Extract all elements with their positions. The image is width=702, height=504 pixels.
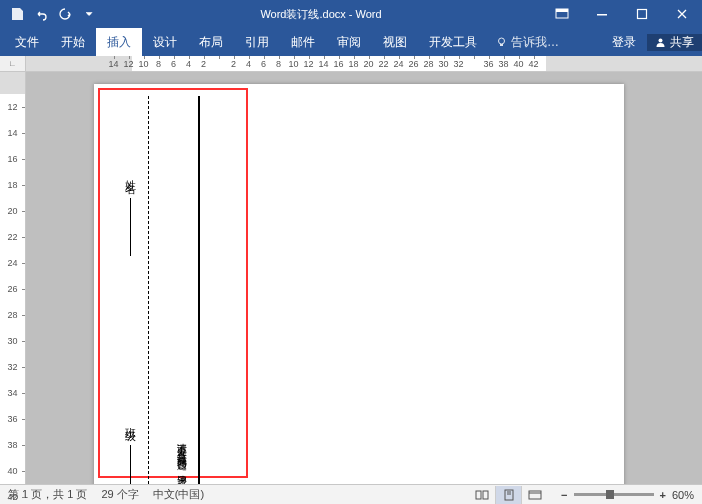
tab-view[interactable]: 视图 bbox=[372, 28, 418, 56]
class-label: 班级： bbox=[125, 418, 136, 441]
close-icon[interactable] bbox=[662, 0, 702, 28]
tab-developer[interactable]: 开发工具 bbox=[418, 28, 488, 56]
tab-mailings[interactable]: 邮件 bbox=[280, 28, 326, 56]
tab-home[interactable]: 开始 bbox=[50, 28, 96, 56]
qat-customize-icon[interactable]: ⏷ bbox=[78, 3, 100, 25]
svg-rect-12 bbox=[529, 491, 541, 499]
binding-fields-column: 姓名： 班级： 学校： bbox=[112, 94, 148, 484]
signin-button[interactable]: 登录 bbox=[601, 34, 647, 51]
svg-rect-1 bbox=[556, 9, 568, 12]
window-title: Word装订线.docx - Word bbox=[100, 7, 542, 22]
tab-layout[interactable]: 布局 bbox=[188, 28, 234, 56]
svg-rect-2 bbox=[597, 14, 607, 16]
share-button[interactable]: 共享 bbox=[647, 34, 702, 51]
ribbon-display-icon[interactable] bbox=[542, 0, 582, 28]
word-count[interactable]: 29 个字 bbox=[101, 487, 138, 502]
horizontal-ruler[interactable]: 1412108642246810121416182022242628303236… bbox=[26, 56, 702, 72]
tab-review[interactable]: 审阅 bbox=[326, 28, 372, 56]
tab-references[interactable]: 引用 bbox=[234, 28, 280, 56]
ruler-corner[interactable]: ∟ bbox=[0, 56, 26, 72]
svg-point-6 bbox=[659, 38, 663, 42]
document-page[interactable]: 姓名： 班级： 学校： 请不要在装订线内答题，违者 0 份处理 bbox=[94, 84, 624, 484]
share-label: 共享 bbox=[670, 34, 694, 51]
ribbon-tabs: 文件 开始 插入 设计 布局 引用 邮件 审阅 视图 开发工具 告诉我… 登录 … bbox=[0, 28, 702, 56]
tell-me-label: 告诉我… bbox=[511, 34, 559, 51]
tab-file[interactable]: 文件 bbox=[4, 28, 50, 56]
tab-design[interactable]: 设计 bbox=[142, 28, 188, 56]
undo-icon[interactable] bbox=[30, 3, 52, 25]
zoom-in-button[interactable]: + bbox=[660, 489, 666, 501]
view-buttons bbox=[469, 486, 547, 504]
minimize-icon[interactable] bbox=[582, 0, 622, 28]
language-status[interactable]: 中文(中国) bbox=[153, 487, 204, 502]
zoom-controls: − + 60% bbox=[561, 489, 694, 501]
binding-warning-column: 请不要在装订线内答题，违者 0 份处理 bbox=[166, 94, 196, 484]
warning-text: 请不要在装订线内答题，违者 0 份处理 bbox=[174, 435, 188, 484]
zoom-out-button[interactable]: − bbox=[561, 489, 567, 501]
print-layout-icon[interactable] bbox=[495, 486, 521, 504]
dashed-binding-line bbox=[148, 96, 152, 484]
name-label: 姓名： bbox=[125, 171, 136, 194]
svg-rect-7 bbox=[476, 491, 481, 499]
svg-point-4 bbox=[499, 38, 505, 44]
title-bar: ⏷ Word装订线.docx - Word bbox=[0, 0, 702, 28]
save-icon[interactable] bbox=[6, 3, 28, 25]
web-layout-icon[interactable] bbox=[521, 486, 547, 504]
read-mode-icon[interactable] bbox=[469, 486, 495, 504]
tell-me[interactable]: 告诉我… bbox=[488, 28, 567, 56]
svg-rect-8 bbox=[483, 491, 488, 499]
redo-icon[interactable] bbox=[54, 3, 76, 25]
solid-binding-line bbox=[198, 96, 200, 484]
document-area[interactable]: 姓名： 班级： 学校： 请不要在装订线内答题，违者 0 份处理 bbox=[26, 72, 702, 484]
person-icon bbox=[655, 37, 666, 48]
lightbulb-icon bbox=[496, 37, 507, 48]
svg-rect-3 bbox=[638, 10, 647, 19]
zoom-level[interactable]: 60% bbox=[672, 489, 694, 501]
maximize-icon[interactable] bbox=[622, 0, 662, 28]
tab-insert[interactable]: 插入 bbox=[96, 28, 142, 56]
zoom-slider[interactable] bbox=[574, 493, 654, 496]
vertical-ruler[interactable]: 12141618202224262830323436384042 bbox=[0, 72, 26, 484]
svg-rect-5 bbox=[500, 44, 503, 46]
status-bar: 第 1 页，共 1 页 29 个字 中文(中国) − + 60% bbox=[0, 484, 702, 504]
